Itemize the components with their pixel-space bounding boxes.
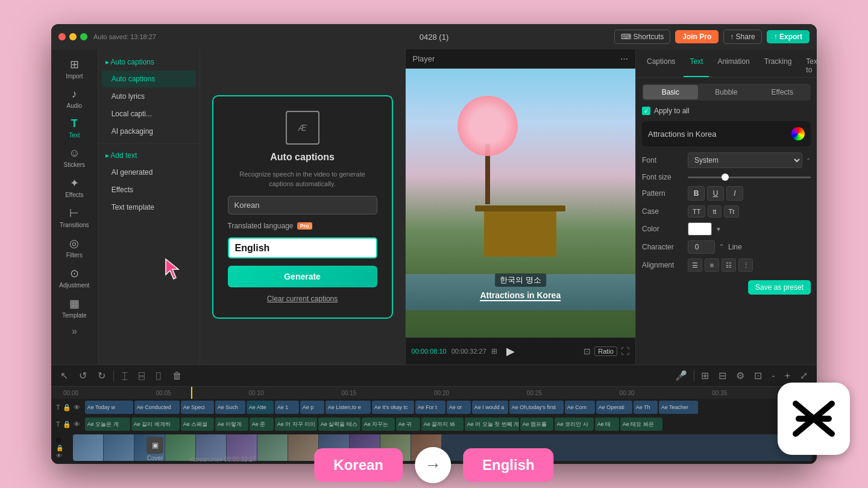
align-justify-button[interactable]: ⋮ <box>738 258 753 272</box>
zoom-out-button[interactable]: - <box>769 369 778 383</box>
list-item[interactable]: Ae I would a <box>472 401 508 414</box>
tab-text-to[interactable]: Text-to <box>800 54 817 77</box>
toolbar-import[interactable]: ⊞ Import <box>52 54 96 83</box>
panel-item-auto-lyrics[interactable]: Auto lyrics <box>102 88 196 105</box>
fit-button[interactable]: ⊡ <box>751 369 765 383</box>
trim-left-tool[interactable]: ⌸ <box>136 369 148 383</box>
play-button[interactable]: ▶ <box>502 343 519 360</box>
font-size-slider[interactable] <box>688 177 811 178</box>
list-item[interactable]: Ae Th <box>634 401 658 414</box>
list-item[interactable]: Ae 1 <box>275 401 299 414</box>
italic-button[interactable]: I <box>726 186 743 201</box>
list-item[interactable]: Ae Speci <box>181 401 214 414</box>
list-item[interactable]: Ae Atte <box>247 401 274 414</box>
fullscreen-timeline[interactable]: ⤢ <box>797 369 811 383</box>
clear-captions-link[interactable]: Clear current captions <box>267 295 338 303</box>
style-tab-effects[interactable]: Effects <box>755 85 810 99</box>
zoom-in-button[interactable]: + <box>782 369 793 383</box>
share-button[interactable]: ↑ Share <box>723 30 761 44</box>
list-item[interactable]: Ae Today w <box>85 401 133 414</box>
list-item[interactable]: Ae 어 오늘 첫 번째 게 <box>465 418 519 431</box>
list-item[interactable]: Ae Listen,to e <box>326 401 371 414</box>
bold-button[interactable]: B <box>688 186 705 201</box>
panel-item-auto-captions[interactable]: Auto captions <box>102 70 196 87</box>
toolbar-text[interactable]: T Text <box>52 114 96 142</box>
tab-text[interactable]: Text <box>684 54 709 77</box>
cover-icon[interactable]: ▣ <box>146 437 163 454</box>
panel-item-ai-generated[interactable]: AI generated <box>102 164 196 181</box>
toolbar-effects[interactable]: ✦ Effects <box>52 173 96 202</box>
list-item[interactable]: Ae 캠프를 <box>520 418 553 431</box>
tab-tracking[interactable]: Tracking <box>758 54 798 77</box>
panel-item-text-template[interactable]: Text template <box>102 199 196 216</box>
color-swatch[interactable] <box>688 222 712 236</box>
shortcuts-button[interactable]: ⌨ Shortcuts <box>614 30 671 44</box>
list-item[interactable]: Ae Operati <box>596 401 632 414</box>
export-button[interactable]: ↑ Export <box>767 30 810 43</box>
redo-button[interactable]: ↻ <box>95 369 108 383</box>
align-right-button[interactable]: ☷ <box>722 258 736 272</box>
panel-item-ai-packaging[interactable]: AI packaging <box>102 123 196 140</box>
list-item[interactable]: Ae 끌까지 봐 <box>421 418 464 431</box>
align-left-button[interactable]: ☰ <box>688 258 702 272</box>
list-item[interactable]: Ae 태 <box>595 418 619 431</box>
list-item[interactable]: Ae Such <box>215 401 245 414</box>
add-media-button[interactable]: ⊞ <box>698 369 712 383</box>
toolbar-transitions[interactable]: ⊢ Transitions <box>52 203 96 232</box>
player-menu-icon[interactable]: ⋯ <box>620 54 628 63</box>
apply-all-checkbox[interactable]: ✓ <box>642 107 650 115</box>
mic-button[interactable]: 🎤 <box>672 369 690 383</box>
list-item[interactable]: Ae 준 <box>250 418 274 431</box>
list-item[interactable]: Ae Conducted <box>134 401 180 414</box>
list-item[interactable]: Ae 실력을 테스 <box>318 418 360 431</box>
pointer-tool[interactable]: ↖ <box>57 369 71 383</box>
panel-item-effects[interactable]: Effects <box>102 181 196 198</box>
underline-button[interactable]: U <box>707 186 724 201</box>
fullscreen-crop-icon[interactable]: ⊡ <box>583 346 591 356</box>
list-item[interactable]: Ae p <box>300 401 324 414</box>
generate-button[interactable]: Generate <box>228 266 377 287</box>
list-item[interactable]: Ae For t <box>415 401 445 414</box>
undo-button[interactable]: ↺ <box>76 369 90 383</box>
list-item[interactable]: Ae 길이 에게하 <box>131 418 180 431</box>
toolbar-more[interactable]: » <box>72 326 77 337</box>
font-select[interactable]: System Arial Helvetica <box>688 152 802 168</box>
toolbar-template[interactable]: ▦ Template <box>52 293 96 322</box>
list-item[interactable]: Ae 자꾸는 <box>362 418 395 431</box>
list-item[interactable]: Ae Teacher <box>659 401 698 414</box>
video-track-visible-icon[interactable]: 👁 <box>56 452 63 459</box>
minimize-button[interactable] <box>69 33 77 40</box>
list-item[interactable]: Ae 이렇게 <box>215 418 248 431</box>
save-preset-button[interactable]: Save as preset <box>748 280 811 295</box>
fullscreen-button[interactable] <box>80 33 87 40</box>
add-track-button[interactable]: ⊟ <box>715 369 729 383</box>
panel-item-local-captions[interactable]: Local capti... <box>102 105 196 122</box>
toolbar-adjustment[interactable]: ⊙ Adjustment <box>52 263 96 292</box>
add-text-section-header[interactable]: ▸ Add text <box>98 148 200 163</box>
auto-captions-section-header[interactable]: ▸ Auto captions <box>98 54 200 70</box>
character-stepper[interactable]: ⌃ <box>719 243 725 251</box>
uppercase-button[interactable]: TT <box>688 205 705 217</box>
character-input[interactable] <box>688 240 715 254</box>
color-wheel[interactable] <box>791 127 805 140</box>
list-item[interactable]: Ae or <box>447 401 471 414</box>
ratio-button[interactable]: Ratio <box>594 346 617 356</box>
video-track-lock-icon[interactable]: 🔒 <box>56 445 63 451</box>
translated-language-select[interactable]: English Korean Japanese <box>228 237 377 258</box>
delete-tool[interactable]: 🗑 <box>169 369 185 383</box>
track-1-visible-icon[interactable]: 👁 <box>74 404 80 411</box>
toolbar-stickers[interactable]: ☺ Stickers <box>52 143 96 172</box>
track-1-lock-icon[interactable]: 🔒 <box>63 404 71 411</box>
lowercase-button[interactable]: tt <box>708 205 721 217</box>
tab-animation[interactable]: Animation <box>711 54 755 77</box>
track-2-lock-icon[interactable]: 🔒 <box>63 421 71 428</box>
toolbar-audio[interactable]: ♪ Audio <box>52 84 96 113</box>
style-tab-bubble[interactable]: Bubble <box>699 85 754 99</box>
list-item[interactable]: Ae 귀 <box>396 418 420 431</box>
join-pro-button[interactable]: Join Pro <box>675 30 719 43</box>
style-tab-basic[interactable]: Basic <box>643 85 698 99</box>
tab-captions[interactable]: Captions <box>641 54 681 77</box>
list-item[interactable]: Ae 오늘은 게 <box>85 418 130 431</box>
toolbar-filters[interactable]: ◎ Filters <box>52 233 96 262</box>
list-item[interactable]: Ae 코리안 사 <box>555 418 594 431</box>
